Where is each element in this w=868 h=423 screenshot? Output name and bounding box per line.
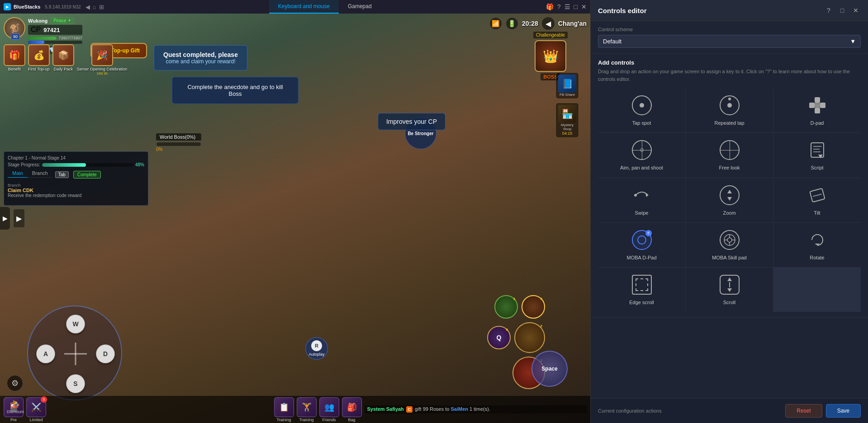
skill-btn-4[interactable]: 4 [522,295,545,319]
fb-share-label: FB Share [560,93,575,97]
slot-training[interactable]: 📋 Training [274,397,294,422]
ctrl-edge-scroll[interactable]: Edge scroll [598,268,685,312]
ctrl-scroll[interactable]: Scroll [686,268,773,312]
back-nav-icon[interactable]: ◀ [85,4,90,10]
nav-left-arrow[interactable]: ▶ [14,209,24,227]
ctrl-tap-spot[interactable]: Tap spot [598,88,685,132]
chat-gift-item: Roses [430,406,444,412]
quest-complete-btn[interactable]: Complete [73,171,101,179]
free-look-label: Free look [719,164,740,171]
save-btn[interactable]: Save [826,404,861,418]
cp-label: CP [31,26,41,34]
fb-share-btn[interactable]: 📘 FB Share [555,72,579,99]
left-panel-toggle[interactable]: ▶ [0,207,10,230]
quest-branch-label: Branch [8,183,144,188]
grid-nav-icon[interactable]: ⊞ [99,4,104,10]
slot-training2[interactable]: 🏋️ Training [297,397,317,422]
moba-dpad-icon: 6 [631,229,653,251]
autoplay-btn[interactable]: R Autoplay [305,337,328,360]
training-icon: 📋 [274,397,294,417]
slot-limited[interactable]: ⚔️ 1 Limited [26,397,46,422]
dpad-key-a[interactable]: A [36,344,55,363]
dpad-key-s[interactable]: S [66,374,85,393]
ctrl-aim-pan-shoot[interactable]: Aim, pan and shoot [598,133,685,177]
dpad-key-d[interactable]: D [96,344,115,363]
dpad-container: W A S D [27,306,122,400]
menu-icon[interactable]: ☰ [564,3,570,10]
svg-rect-3 [820,103,825,108]
daily-item-celebration[interactable]: 🎉 Server Opening Celebration 10d 3h [77,44,128,75]
dpad-key-w[interactable]: W [66,315,85,334]
help-icon[interactable]: ? [557,3,561,10]
challenge-icon[interactable]: 👑 [535,40,566,72]
tap-spot-label: Tap spot [632,120,651,126]
chat-times: 1 time(s). [470,406,490,412]
tab-main[interactable]: Main [8,169,28,178]
ctrl-rotate[interactable]: Rotate [773,223,861,267]
skill-btn-2[interactable]: 2 [514,322,545,353]
ctrl-script[interactable]: Script [773,133,861,177]
peace-mode-btn[interactable]: Peace ▼ [50,17,74,24]
tab-gamepad[interactable]: Gamepad [339,0,381,14]
right-icons: 📘 FB Share 🏪 Mystery Shop 04:15 [555,72,579,138]
d-pad-icon [806,94,828,116]
world-boss-label: World Boss(0%) [156,133,201,141]
daily-item-dailypack[interactable]: 📦 Daily Pack [52,44,74,75]
mystery-shop-btn[interactable]: 🏪 Mystery Shop 04:15 [555,103,579,138]
skill-row-top: 3 4 [494,295,545,319]
quest-notification: Quest completed, please come and claim y… [154,45,247,70]
char-name: Wukong [28,18,47,24]
ctrl-tilt[interactable]: Tilt [773,178,861,222]
controls-maximize-btn[interactable]: □ [837,5,847,15]
slot-friends[interactable]: 👥 Friends [319,397,339,422]
gift-icon[interactable]: 🎁 [546,3,554,10]
jump-btn[interactable]: Space [531,351,568,387]
daily-item-firsttopup[interactable]: 💰 First Top-up [28,44,50,75]
d-pad-label: D-pad [811,120,824,126]
ctrl-free-look[interactable]: Free look [686,133,773,177]
skill-btn-3[interactable]: 3 [494,295,518,319]
controls-help-btn[interactable]: ? [824,5,834,15]
home-nav-icon[interactable]: ⌂ [93,4,96,10]
controls-grid: Tap spot Repeated tap [598,88,861,312]
reset-btn[interactable]: Reset [785,404,822,418]
quest-notif-text1: Quest completed, please [163,51,238,58]
ctrl-repeated-tap[interactable]: Repeated tap [686,88,773,132]
tab-keyboard-mouse[interactable]: Keyboard and mouse [269,0,339,14]
settings-btn[interactable]: ⚙ [7,375,23,391]
controls-editor-title: Controls editor [598,7,647,14]
aim-icon [631,139,653,161]
world-boss: World Boss(0%) 0% [156,133,201,152]
controls-close-btn[interactable]: ✕ [851,5,861,15]
tab-branch[interactable]: Branch [28,169,52,178]
daily-rewards: 🎁 Benefit 💰 First Top-up 📦 Daily Pack 🎉 … [4,44,128,75]
script-label: Script [811,164,823,171]
chat-area: System Safiyah C gift 99 Roses to SaiMen… [365,405,587,414]
footer-buttons: Reset Save [785,404,861,418]
tilt-icon [806,184,828,206]
slot-bag[interactable]: 🎒 Bag [342,397,362,422]
daily-item-benefit[interactable]: 🎁 Benefit [4,44,25,75]
skill-btn-q[interactable]: Q 0 [487,326,511,349]
quest-title: Claim CDK [8,188,144,193]
tap-spot-icon [631,94,653,116]
ctrl-swipe[interactable]: Swipe [598,178,685,222]
autoplay-label: Autoplay [308,352,324,357]
control-scheme-dropdown[interactable]: Default ▼ [598,35,861,48]
chat-channel-badge: C [406,406,413,413]
maximize-icon[interactable]: □ [574,3,578,10]
top-bar: ▶ BlueStacks 5.9.140.1019 N32 ◀ ⌂ ⊞ Keyb… [0,0,590,14]
ctrl-d-pad[interactable]: D-pad [773,88,861,132]
ctrl-moba-dpad[interactable]: 6 MOBA D-Pad [598,223,685,267]
back-to-map-btn[interactable]: ◀ [542,17,555,30]
svg-point-11 [634,194,637,197]
scroll-label: Scroll [723,299,736,306]
add-controls-title: Add controls [598,59,861,66]
dismount-btn[interactable]: 🏇 Dismount [7,400,24,414]
benefit-label: Benefit [8,67,21,71]
game-scene: 🐒 90 Wukong Peace ▼ CP 97421 [0,14,590,423]
close-icon[interactable]: ✕ [581,3,587,10]
ctrl-zoom[interactable]: Zoom [686,178,773,222]
stage-progress-label: Stage Progress: [8,162,40,167]
ctrl-moba-skill[interactable]: MOBA Skill pad [686,223,773,267]
